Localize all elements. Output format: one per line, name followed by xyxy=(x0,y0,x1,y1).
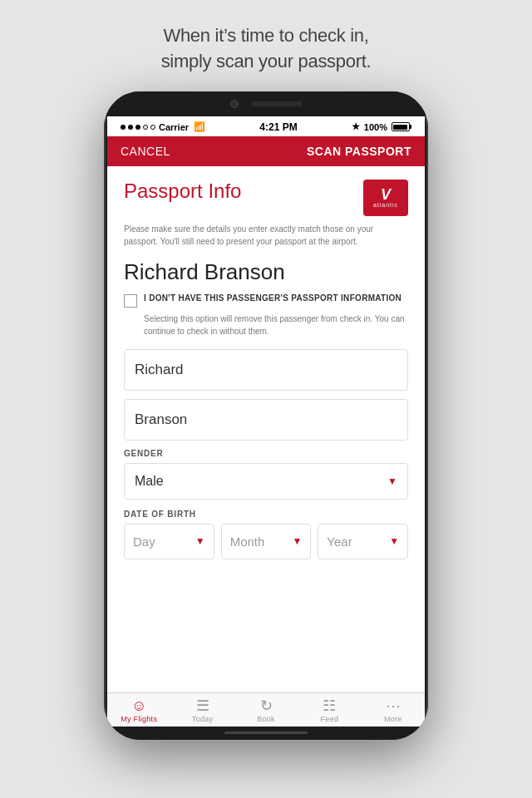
tagline: When it’s time to check in, simply scan … xyxy=(111,0,421,91)
battery-body xyxy=(392,122,410,131)
battery-pct: 100% xyxy=(364,122,387,132)
signal-dots xyxy=(121,125,155,130)
screen: Carrier 📶 4:21 PM ★ 100% CANCEL SCAN PAS… xyxy=(107,116,425,727)
tab-more[interactable]: ⋯ More xyxy=(362,698,425,723)
status-left: Carrier 📶 xyxy=(121,121,205,132)
tab-my-flights[interactable]: ☺ My Flights xyxy=(107,698,170,723)
my-flights-label: My Flights xyxy=(121,715,157,723)
feed-label: Feed xyxy=(321,715,339,723)
book-label: Book xyxy=(257,715,275,723)
feed-icon: ☷ xyxy=(323,698,336,713)
phone-top-bar xyxy=(104,91,428,116)
my-flights-icon: ☺ xyxy=(131,698,146,713)
phone-shell: Carrier 📶 4:21 PM ★ 100% CANCEL SCAN PAS… xyxy=(104,91,428,740)
bluetooth-icon: ★ xyxy=(352,121,360,132)
signal-dot-1 xyxy=(121,125,126,130)
dob-year-dropdown[interactable]: Year ▼ xyxy=(318,524,408,559)
tab-today[interactable]: ☰ Today xyxy=(170,698,234,723)
gender-label: GENDER xyxy=(124,449,408,458)
dob-row: Day ▼ Month ▼ Year ▼ xyxy=(124,524,408,559)
scan-passport-button[interactable]: SCAN PASSPORT xyxy=(307,145,411,158)
no-passport-label: I DON'T HAVE THIS PASSENGER'S PASSPORT I… xyxy=(144,293,401,303)
status-time: 4:21 PM xyxy=(259,121,297,133)
battery-icon xyxy=(392,122,411,131)
signal-dot-5 xyxy=(150,125,155,130)
no-passport-checkbox-row[interactable]: I DON'T HAVE THIS PASSENGER'S PASSPORT I… xyxy=(124,293,408,308)
home-indicator xyxy=(224,732,308,734)
gender-dropdown-arrow: ▼ xyxy=(387,475,397,487)
va-logo-v: V xyxy=(381,187,391,202)
gender-value: Male xyxy=(135,474,164,489)
dob-month-dropdown[interactable]: Month ▼ xyxy=(221,524,312,559)
book-icon: ↻ xyxy=(260,698,273,713)
checkbox-sub-text: Selecting this option will remove this p… xyxy=(144,313,408,337)
status-bar: Carrier 📶 4:21 PM ★ 100% xyxy=(107,116,425,136)
carrier-label: Carrier xyxy=(159,122,189,132)
tab-book[interactable]: ↻ Book xyxy=(234,698,298,723)
tab-feed[interactable]: ☷ Feed xyxy=(298,698,361,723)
dob-month-label: Month xyxy=(230,534,265,549)
dob-day-dropdown[interactable]: Day ▼ xyxy=(124,524,214,559)
signal-dot-3 xyxy=(135,125,140,130)
battery-fill xyxy=(393,125,407,130)
notice-text: Please make sure the details you enter e… xyxy=(124,223,408,248)
phone-bottom xyxy=(104,727,428,740)
dob-day-arrow: ▼ xyxy=(195,535,205,547)
cancel-button[interactable]: CANCEL xyxy=(121,145,170,158)
va-logo-text: atlantic xyxy=(373,202,398,208)
tab-bar: ☺ My Flights ☰ Today ↻ Book ☷ Feed ⋯ Mor… xyxy=(107,692,425,727)
more-label: More xyxy=(384,715,402,723)
last-name-input[interactable] xyxy=(124,399,408,441)
dob-label: DATE OF BIRTH xyxy=(124,510,408,519)
gender-dropdown[interactable]: Male ▼ xyxy=(124,463,408,500)
status-right: ★ 100% xyxy=(352,121,411,132)
dob-day-label: Day xyxy=(133,534,155,549)
signal-dot-4 xyxy=(143,125,148,130)
header-row: Passport Info V atlantic xyxy=(124,180,408,216)
speaker xyxy=(252,101,302,106)
dob-year-arrow: ▼ xyxy=(389,535,399,547)
signal-dot-2 xyxy=(128,125,133,130)
nav-bar: CANCEL SCAN PASSPORT xyxy=(107,136,425,166)
content-area: Passport Info V atlantic Please make sur… xyxy=(107,166,425,692)
more-icon: ⋯ xyxy=(386,698,401,713)
first-name-input[interactable] xyxy=(124,349,408,391)
virgin-atlantic-logo: V atlantic xyxy=(363,180,408,216)
today-icon: ☰ xyxy=(196,698,209,713)
dob-month-arrow: ▼ xyxy=(292,535,302,547)
battery-tip xyxy=(410,125,411,129)
page-title: Passport Info xyxy=(124,180,241,203)
passenger-name: Richard Branson xyxy=(124,259,408,285)
wifi-icon: 📶 xyxy=(194,121,205,132)
no-passport-checkbox[interactable] xyxy=(124,294,137,308)
dob-year-label: Year xyxy=(327,534,352,549)
camera xyxy=(230,100,239,108)
today-label: Today xyxy=(192,715,214,723)
